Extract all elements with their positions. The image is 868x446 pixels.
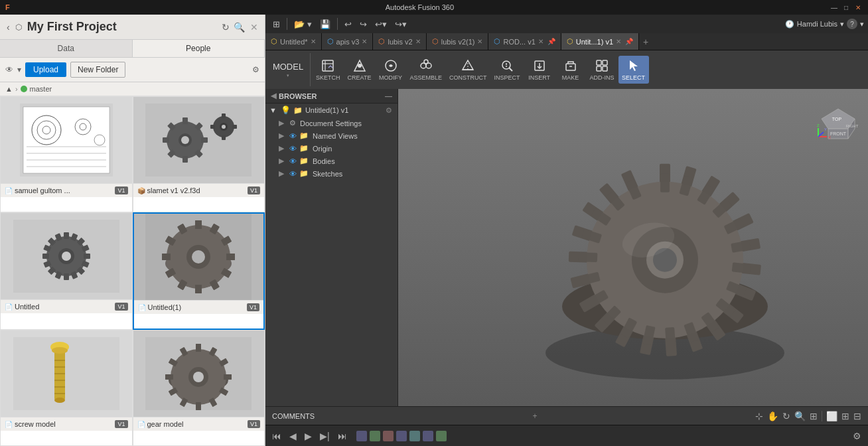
user-area[interactable]: 🕐 Hamdi Lubis ▾ ? ▾ [785,19,864,29]
display-settings-button[interactable]: ⊟ [853,411,861,421]
close-panel-button[interactable]: ✕ [250,22,258,33]
grid-view-button[interactable]: ⊞ [269,18,283,31]
tab-close-rod[interactable]: ✕ [538,38,543,45]
back-button[interactable]: ‹ [7,22,10,33]
timeline-marker-7[interactable] [436,431,447,441]
browser-collapse-button[interactable]: ◀ [271,92,276,100]
file-item-4[interactable]: 📄 Untitled(1) V1 [133,212,265,330]
construct-icon [461,58,475,73]
select-button[interactable]: SELECT [618,56,649,84]
visibility-button[interactable]: 👁 [5,65,13,74]
inspect-button[interactable]: INSPECT [491,56,524,84]
viewport-3d[interactable]: TOP FRONT RIGHT X Z Y [398,89,868,406]
file-item-5[interactable]: 📄 screw model V1 [0,330,133,446]
hand-icon[interactable]: ✋ [767,411,778,421]
display-mode-button[interactable]: ⬜ [826,411,837,421]
tab-lubis2[interactable]: ⬡ lubis v2 ✕ [373,33,426,50]
redo-history-button[interactable]: ↪▾ [392,18,410,31]
cursor-icon[interactable]: ⊹ [755,411,763,421]
create-button[interactable]: CREATE [344,56,375,84]
tab-pin-untit1[interactable]: 📌 [625,38,633,45]
file-item-6[interactable]: 📄 gear model V1 [133,330,265,446]
redo-button[interactable]: ↪ [356,18,370,31]
browser-root-item[interactable]: ▼ 💡 📁 Untitled(1) v1 ⚙ [265,104,398,117]
browser-item-docsettings[interactable]: ▶ ⚙ Document Settings [273,117,398,129]
help-button[interactable]: ? [847,19,857,29]
tab-data[interactable]: Data [0,40,133,57]
maximize-button[interactable]: □ [841,3,851,12]
file-item-1[interactable]: 📄 samuel gultom ... V1 [0,96,133,212]
open-file-button[interactable]: 📂 ▾ [291,18,315,31]
save-button[interactable]: 💾 [317,18,334,31]
tab-close-untitled[interactable]: ✕ [311,38,316,45]
svg-rect-37 [42,254,49,259]
timeline-marker-6[interactable] [423,431,433,441]
file-thumbnail-3 [1,213,132,299]
svg-rect-28 [222,135,226,140]
timeline-marker-2[interactable] [370,431,380,441]
tab-icon-rod: ⬡ [494,37,500,46]
tab-close-untit1[interactable]: ✕ [616,38,621,45]
tab-pin-rod[interactable]: 📌 [547,38,555,45]
svg-rect-36 [64,273,69,280]
timeline-play-button[interactable]: ▶ [302,429,315,443]
tab-close-apis[interactable]: ✕ [362,38,367,45]
timeline-settings-button[interactable]: ⚙ [850,429,864,443]
new-folder-button[interactable]: New Folder [70,62,125,78]
search-button[interactable]: 🔍 [234,22,245,33]
make-button[interactable]: MAKE [555,56,586,84]
insert-button[interactable]: INSERT [524,56,555,84]
timeline-first-button[interactable]: ⏮ [269,429,284,443]
timeline-marker-4[interactable] [396,431,407,441]
timeline-prev-button[interactable]: ◀ [287,429,299,443]
timeline-marker-3[interactable] [383,431,394,441]
fit-icon[interactable]: ⊞ [810,411,818,421]
file-item-3[interactable]: 📄 Untitled V1 [0,212,133,330]
tab-add-button[interactable]: + [639,37,652,47]
workspace: ⊞ 📂 ▾ 💾 ↩ ↪ ↩▾ ↪▾ 🕐 Hamdi Lubis ▾ ? ▾ [265,15,868,446]
browser-item-sketches[interactable]: ▶ 👁 📁 Sketches [273,167,398,180]
tab-untit1[interactable]: ⬡ Untit...1) v1 ✕ 📌 [561,33,639,50]
browser-settings-button[interactable]: — [385,92,392,100]
origin-folder-icon: 📁 [299,144,309,153]
model-dropdown-button[interactable]: MODEL ▾ [268,59,308,81]
addins-button[interactable]: ADD-INS [587,56,618,84]
timeline-last-button[interactable]: ⏭ [335,429,350,443]
modify-button[interactable]: MODIFY [376,56,406,84]
sort-dropdown[interactable]: ▾ [17,65,21,74]
sketch-button[interactable]: SKETCH [313,56,344,84]
minimize-button[interactable]: — [830,3,839,12]
undo-history-button[interactable]: ↩▾ [372,18,390,31]
upload-button[interactable]: Upload [25,62,66,77]
file-version-3: V1 [115,303,127,311]
timeline-next-button[interactable]: ▶| [317,429,332,443]
close-button[interactable]: ✕ [853,3,863,12]
browser-item-namedviews[interactable]: ▶ 👁 📁 Named Views [273,129,398,142]
root-settings-icon[interactable]: ⚙ [386,106,392,115]
assemble-button[interactable]: ASSEMBLE [407,56,446,84]
svg-line-125 [510,68,513,72]
settings-button[interactable]: ⚙ [252,65,259,74]
separator-2 [337,18,338,30]
timeline-marker-5[interactable] [409,431,420,441]
grid-display-button[interactable]: ⊞ [841,411,849,421]
tab-people[interactable]: People [133,40,265,57]
tab-untitled[interactable]: ⬡ Untitled* ✕ [265,33,322,50]
undo-button[interactable]: ↩ [341,18,355,31]
tab-lubis21[interactable]: ⬡ lubis v2(1) ✕ [427,33,489,50]
browser-item-bodies[interactable]: ▶ 👁 📁 Bodies [273,155,398,167]
comments-add-button[interactable]: + [533,411,538,421]
browser-item-origin[interactable]: ▶ 👁 📁 Origin [273,142,398,155]
zoom-icon[interactable]: 🔍 [794,411,806,421]
orbit-icon[interactable]: ↻ [782,411,790,421]
tab-close-lubis2[interactable]: ✕ [415,38,421,45]
settings-icon[interactable]: ▾ [860,20,864,29]
file-item-2[interactable]: 📦 slamet v1 v2.f3d V1 [133,96,265,212]
timeline-marker-1[interactable] [356,431,367,441]
tab-rod[interactable]: ⬡ ROD... v1 ✕ 📌 [488,33,561,50]
construct-button[interactable]: CONSTRUCT [446,56,490,84]
refresh-button[interactable]: ↻ [222,22,230,33]
tab-apis[interactable]: ⬡ apis v3 ✕ [322,33,374,50]
breadcrumb-home[interactable]: ▲ [5,85,13,93]
tab-close-lubis21[interactable]: ✕ [477,38,482,45]
